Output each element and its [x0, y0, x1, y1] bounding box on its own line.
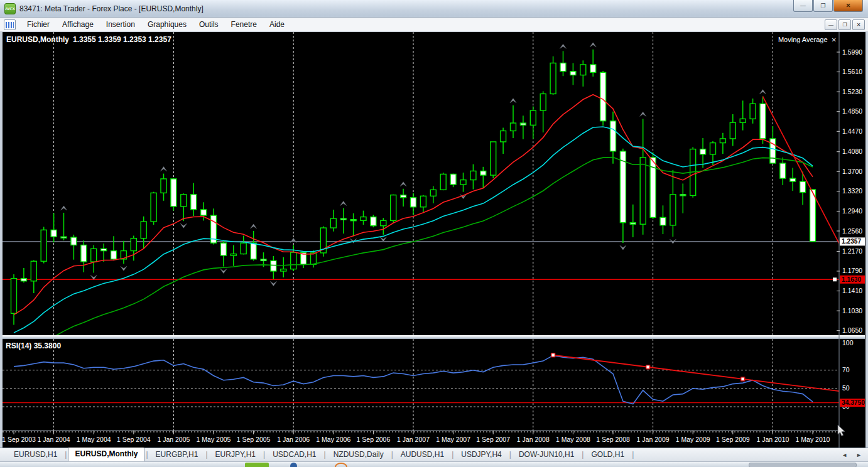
price-chart-canvas[interactable]: 1.59901.56101.52301.48501.44701.40801.37…: [0, 32, 868, 448]
candle-body: [151, 193, 156, 222]
price-axis-label: 1.5990: [842, 48, 862, 56]
candle-body: [640, 158, 646, 224]
candle-body: [21, 279, 26, 281]
tab-usdcad-h1[interactable]: USDCAD,H1: [266, 448, 322, 461]
trendline-handle[interactable]: [551, 353, 555, 357]
tab-eurgbp-h1[interactable]: EURGBP,H1: [149, 448, 205, 461]
candle-body: [590, 65, 596, 72]
candle-body: [720, 139, 725, 143]
candle-body: [220, 243, 226, 255]
candle-body: [790, 178, 796, 181]
indicator-close-icon[interactable]: ✕: [832, 36, 837, 43]
time-axis-label: 1 Sep 2005: [237, 436, 271, 443]
indicator-label: Moving Average ✕: [778, 36, 837, 43]
child-minimize-button[interactable]: —: [825, 19, 837, 30]
candle-body: [261, 259, 266, 260]
time-axis-label: 1 Jan 2005: [157, 436, 190, 443]
candle-body: [391, 195, 396, 221]
menu-item-outils[interactable]: Outils: [193, 18, 225, 31]
price-axis-label: 1.4470: [842, 127, 862, 135]
tab-audusd-h1[interactable]: AUDUSD,H1: [394, 448, 450, 461]
tab-nzdusd-daily[interactable]: NZDUSD,Daily: [327, 448, 390, 461]
candle-body: [491, 142, 496, 175]
hline-handle[interactable]: [833, 277, 837, 281]
time-axis-label: 1 Sep 2004: [117, 436, 151, 443]
rsi-hline-tag: 34.3750: [842, 399, 865, 406]
taskbar-blue-icon: [290, 463, 297, 467]
menu-item-fenetre[interactable]: Fenetre: [225, 18, 263, 31]
candle-body: [161, 179, 166, 193]
tab-gold-h1[interactable]: GOLD,H1: [585, 448, 631, 461]
tab-dow-jun10-h1[interactable]: DOW-JUN10,H1: [513, 448, 580, 461]
menu-item-insertion[interactable]: Insertion: [100, 18, 141, 31]
candle-body: [11, 279, 17, 314]
price-axis-label: 1.2940: [842, 207, 862, 215]
candle-body: [630, 223, 636, 224]
candle-body: [111, 251, 117, 259]
current-price-tag: 1.2357: [842, 238, 861, 245]
candle-body: [710, 143, 716, 154]
menu-item-aide[interactable]: Aide: [263, 18, 291, 31]
tab-eurusd-monthly[interactable]: EURUSD,Monthly: [68, 447, 144, 461]
candle-body: [540, 94, 546, 110]
candle-body: [570, 72, 576, 75]
trendline-handle[interactable]: [741, 377, 745, 381]
candle-body: [171, 179, 176, 207]
candle-body: [501, 131, 506, 141]
tab-scroll-left-icon[interactable]: ◄: [842, 452, 847, 458]
candle-body: [350, 220, 356, 221]
tab-scroll-right-icon[interactable]: ►: [856, 452, 862, 458]
candle-body: [251, 243, 256, 259]
time-axis-label: 1 Jan 2009: [637, 436, 670, 443]
candle-body: [730, 122, 735, 139]
child-close-button[interactable]: ✕: [852, 19, 865, 30]
ohlc-values: 1.3355 1.3359 1.2353 1.2357: [73, 35, 171, 44]
child-restore-button[interactable]: ❐: [838, 19, 851, 30]
tab-separator: |: [450, 448, 455, 461]
close-button[interactable]: ✕: [833, 0, 863, 12]
menu-item-fichier[interactable]: Fichier: [21, 18, 56, 31]
rsi-indicator-label: RSI(14) 35.3800: [6, 341, 61, 350]
candle-body: [550, 63, 556, 94]
time-axis-label: 1 May 2007: [436, 436, 470, 443]
taskbar-gray-bar: [749, 463, 857, 467]
candle-body: [141, 222, 146, 239]
candle-body: [31, 261, 36, 281]
tab-separator: |: [204, 448, 209, 461]
candle-body: [600, 72, 606, 121]
candle-body: [610, 121, 616, 151]
candle-body: [201, 210, 207, 215]
minimize-button[interactable]: —: [793, 0, 813, 12]
tab-eurjpy-h1[interactable]: EURJPY,H1: [209, 448, 262, 461]
candle-body: [480, 171, 486, 175]
menu-item-affichage[interactable]: Affichage: [56, 18, 100, 31]
menu-item-graphiques[interactable]: Graphiques: [141, 18, 193, 31]
restore-button[interactable]: ❐: [813, 0, 833, 12]
time-axis-label: 1 Sep 2006: [357, 436, 391, 443]
candle-body: [670, 195, 676, 225]
candle-body: [460, 180, 466, 185]
candle-body: [181, 195, 187, 207]
chart-document-icon: [4, 19, 16, 30]
tab-usdjpy-h4[interactable]: USDJPY,H4: [455, 448, 507, 461]
time-axis-label: 1 May 2008: [556, 436, 590, 443]
time-axis-label: 1 May 2006: [316, 436, 350, 443]
tab-separator: |: [580, 448, 585, 461]
tab-eurusd-h1[interactable]: EURUSD,H1: [8, 448, 63, 461]
candle-body: [340, 218, 346, 220]
candle-body: [381, 220, 386, 225]
candle-body: [740, 119, 746, 122]
time-axis-label: 1 Sep 2008: [596, 436, 630, 443]
trendline-handle[interactable]: [646, 365, 650, 369]
right-frame: [865, 32, 868, 448]
candle-body: [511, 123, 516, 131]
pane-separator[interactable]: [3, 335, 865, 339]
candle-body: [420, 196, 426, 207]
candle-body: [51, 230, 57, 237]
price-axis-label: 1.2560: [842, 227, 862, 235]
left-frame: [0, 32, 3, 448]
candle-body: [81, 245, 87, 262]
candle-body: [311, 253, 317, 264]
candle-body: [401, 195, 406, 198]
price-axis-label: 1.2170: [842, 247, 862, 255]
